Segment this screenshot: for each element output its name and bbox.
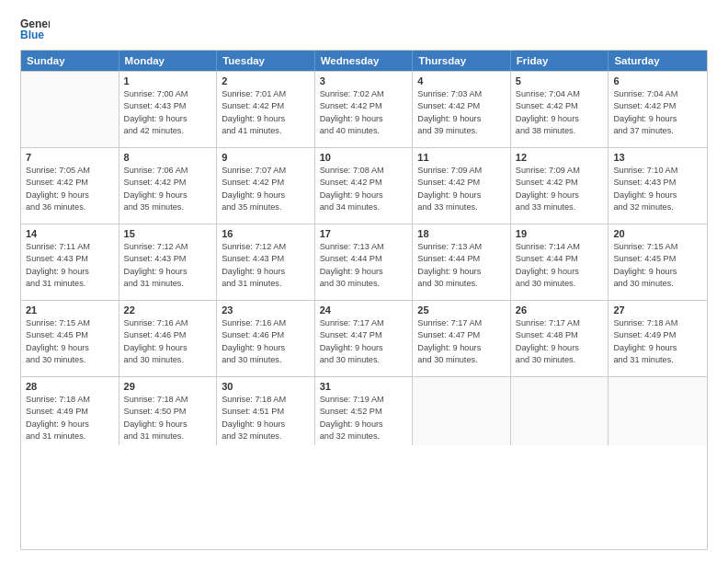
calendar-cell: 11Sunrise: 7:09 AM Sunset: 4:42 PM Dayli… — [413, 148, 511, 224]
day-info: Sunrise: 7:05 AM Sunset: 4:42 PM Dayligh… — [26, 165, 114, 213]
day-number: 19 — [516, 228, 604, 239]
calendar-cell: 28Sunrise: 7:18 AM Sunset: 4:49 PM Dayli… — [21, 377, 119, 445]
logo-icon: General Blue — [20, 17, 50, 40]
day-info: Sunrise: 7:07 AM Sunset: 4:42 PM Dayligh… — [222, 165, 310, 213]
day-info: Sunrise: 7:18 AM Sunset: 4:50 PM Dayligh… — [124, 394, 212, 442]
calendar-cell: 9Sunrise: 7:07 AM Sunset: 4:42 PM Daylig… — [217, 148, 315, 224]
calendar-header-cell: Saturday — [609, 51, 707, 71]
calendar-cell: 7Sunrise: 7:05 AM Sunset: 4:42 PM Daylig… — [21, 148, 119, 224]
calendar-cell: 3Sunrise: 7:02 AM Sunset: 4:42 PM Daylig… — [315, 72, 414, 147]
day-info: Sunrise: 7:03 AM Sunset: 4:42 PM Dayligh… — [417, 88, 506, 137]
calendar-cell — [21, 72, 119, 147]
calendar-cell: 18Sunrise: 7:13 AM Sunset: 4:44 PM Dayli… — [413, 224, 511, 300]
day-number: 5 — [516, 75, 604, 86]
day-info: Sunrise: 7:16 AM Sunset: 4:46 PM Dayligh… — [124, 317, 212, 366]
calendar-header-cell: Tuesday — [217, 51, 315, 71]
day-info: Sunrise: 7:04 AM Sunset: 4:42 PM Dayligh… — [613, 88, 702, 137]
day-number: 24 — [320, 304, 408, 316]
calendar-cell: 5Sunrise: 7:04 AM Sunset: 4:42 PM Daylig… — [511, 72, 609, 147]
day-info: Sunrise: 7:15 AM Sunset: 4:45 PM Dayligh… — [613, 241, 702, 290]
day-info: Sunrise: 7:00 AM Sunset: 4:43 PM Dayligh… — [124, 88, 212, 137]
day-info: Sunrise: 7:17 AM Sunset: 4:47 PM Dayligh… — [417, 317, 506, 366]
calendar-body: 1Sunrise: 7:00 AM Sunset: 4:43 PM Daylig… — [21, 71, 707, 445]
day-number: 29 — [124, 381, 212, 392]
day-info: Sunrise: 7:09 AM Sunset: 4:42 PM Dayligh… — [516, 165, 604, 213]
day-number: 1 — [124, 75, 212, 86]
calendar-cell: 12Sunrise: 7:09 AM Sunset: 4:42 PM Dayli… — [511, 148, 609, 224]
calendar-header-cell: Thursday — [413, 51, 511, 71]
calendar-cell: 19Sunrise: 7:14 AM Sunset: 4:44 PM Dayli… — [511, 224, 609, 300]
day-info: Sunrise: 7:09 AM Sunset: 4:42 PM Dayligh… — [417, 165, 506, 213]
calendar-cell: 16Sunrise: 7:12 AM Sunset: 4:43 PM Dayli… — [217, 224, 315, 300]
calendar-row: 28Sunrise: 7:18 AM Sunset: 4:49 PM Dayli… — [21, 376, 707, 445]
day-info: Sunrise: 7:14 AM Sunset: 4:44 PM Dayligh… — [516, 241, 604, 290]
day-info: Sunrise: 7:08 AM Sunset: 4:42 PM Dayligh… — [320, 165, 408, 213]
calendar-row: 14Sunrise: 7:11 AM Sunset: 4:43 PM Dayli… — [21, 224, 707, 300]
header: General Blue — [20, 17, 708, 40]
day-info: Sunrise: 7:12 AM Sunset: 4:43 PM Dayligh… — [124, 241, 212, 290]
calendar-cell: 4Sunrise: 7:03 AM Sunset: 4:42 PM Daylig… — [413, 72, 511, 147]
day-info: Sunrise: 7:11 AM Sunset: 4:43 PM Dayligh… — [26, 241, 114, 290]
day-number: 14 — [26, 228, 114, 239]
calendar-cell: 2Sunrise: 7:01 AM Sunset: 4:42 PM Daylig… — [217, 72, 315, 147]
day-info: Sunrise: 7:18 AM Sunset: 4:51 PM Dayligh… — [222, 394, 310, 442]
day-info: Sunrise: 7:18 AM Sunset: 4:49 PM Dayligh… — [26, 394, 114, 442]
calendar-cell: 13Sunrise: 7:10 AM Sunset: 4:43 PM Dayli… — [609, 148, 707, 224]
day-info: Sunrise: 7:02 AM Sunset: 4:42 PM Dayligh… — [320, 88, 408, 137]
day-number: 13 — [613, 152, 702, 163]
day-info: Sunrise: 7:01 AM Sunset: 4:42 PM Dayligh… — [222, 88, 310, 137]
calendar-row: 21Sunrise: 7:15 AM Sunset: 4:45 PM Dayli… — [21, 300, 707, 376]
calendar-cell: 21Sunrise: 7:15 AM Sunset: 4:45 PM Dayli… — [21, 301, 119, 376]
calendar-row: 1Sunrise: 7:00 AM Sunset: 4:43 PM Daylig… — [21, 71, 707, 147]
calendar-cell: 31Sunrise: 7:19 AM Sunset: 4:52 PM Dayli… — [315, 377, 414, 445]
calendar-cell: 8Sunrise: 7:06 AM Sunset: 4:42 PM Daylig… — [119, 148, 218, 224]
day-number: 26 — [516, 304, 604, 316]
day-info: Sunrise: 7:06 AM Sunset: 4:42 PM Dayligh… — [124, 165, 212, 213]
day-number: 31 — [320, 381, 408, 392]
calendar-cell: 22Sunrise: 7:16 AM Sunset: 4:46 PM Dayli… — [119, 301, 218, 376]
calendar-cell: 26Sunrise: 7:17 AM Sunset: 4:48 PM Dayli… — [511, 301, 609, 376]
day-number: 2 — [222, 75, 310, 86]
calendar-cell: 29Sunrise: 7:18 AM Sunset: 4:50 PM Dayli… — [119, 377, 218, 445]
calendar-header-cell: Sunday — [21, 51, 119, 71]
day-info: Sunrise: 7:13 AM Sunset: 4:44 PM Dayligh… — [320, 241, 408, 290]
day-info: Sunrise: 7:17 AM Sunset: 4:47 PM Dayligh… — [320, 317, 408, 366]
calendar-header-cell: Wednesday — [315, 51, 414, 71]
day-number: 11 — [417, 152, 506, 163]
day-info: Sunrise: 7:10 AM Sunset: 4:43 PM Dayligh… — [613, 165, 702, 213]
day-number: 3 — [320, 75, 408, 86]
calendar-cell: 10Sunrise: 7:08 AM Sunset: 4:42 PM Dayli… — [315, 148, 414, 224]
calendar-cell: 25Sunrise: 7:17 AM Sunset: 4:47 PM Dayli… — [413, 301, 511, 376]
day-number: 15 — [124, 228, 212, 239]
calendar-cell — [609, 377, 707, 445]
calendar-cell: 24Sunrise: 7:17 AM Sunset: 4:47 PM Dayli… — [315, 301, 414, 376]
page: General Blue SundayMondayTuesdayWednesda… — [0, 0, 728, 563]
calendar-header-cell: Friday — [511, 51, 609, 71]
day-number: 17 — [320, 228, 408, 239]
day-info: Sunrise: 7:13 AM Sunset: 4:44 PM Dayligh… — [417, 241, 506, 290]
day-number: 12 — [516, 152, 604, 163]
logo-container: General Blue — [20, 17, 50, 40]
calendar-cell: 20Sunrise: 7:15 AM Sunset: 4:45 PM Dayli… — [609, 224, 707, 300]
calendar-cell: 14Sunrise: 7:11 AM Sunset: 4:43 PM Dayli… — [21, 224, 119, 300]
logo: General Blue — [20, 17, 50, 40]
calendar: SundayMondayTuesdayWednesdayThursdayFrid… — [20, 50, 708, 550]
day-info: Sunrise: 7:17 AM Sunset: 4:48 PM Dayligh… — [516, 317, 604, 366]
calendar-header-row: SundayMondayTuesdayWednesdayThursdayFrid… — [21, 51, 707, 71]
day-number: 4 — [417, 75, 506, 86]
day-number: 21 — [26, 304, 114, 316]
calendar-cell — [413, 377, 511, 445]
calendar-cell: 23Sunrise: 7:16 AM Sunset: 4:46 PM Dayli… — [217, 301, 315, 376]
day-number: 7 — [26, 152, 114, 163]
calendar-cell: 17Sunrise: 7:13 AM Sunset: 4:44 PM Dayli… — [315, 224, 414, 300]
day-info: Sunrise: 7:16 AM Sunset: 4:46 PM Dayligh… — [222, 317, 310, 366]
day-number: 9 — [222, 152, 310, 163]
calendar-cell: 1Sunrise: 7:00 AM Sunset: 4:43 PM Daylig… — [119, 72, 218, 147]
calendar-header-cell: Monday — [119, 51, 218, 71]
svg-text:Blue: Blue — [20, 29, 44, 40]
day-number: 8 — [124, 152, 212, 163]
day-info: Sunrise: 7:04 AM Sunset: 4:42 PM Dayligh… — [516, 88, 604, 137]
day-number: 23 — [222, 304, 310, 316]
day-number: 27 — [613, 304, 702, 316]
day-number: 10 — [320, 152, 408, 163]
